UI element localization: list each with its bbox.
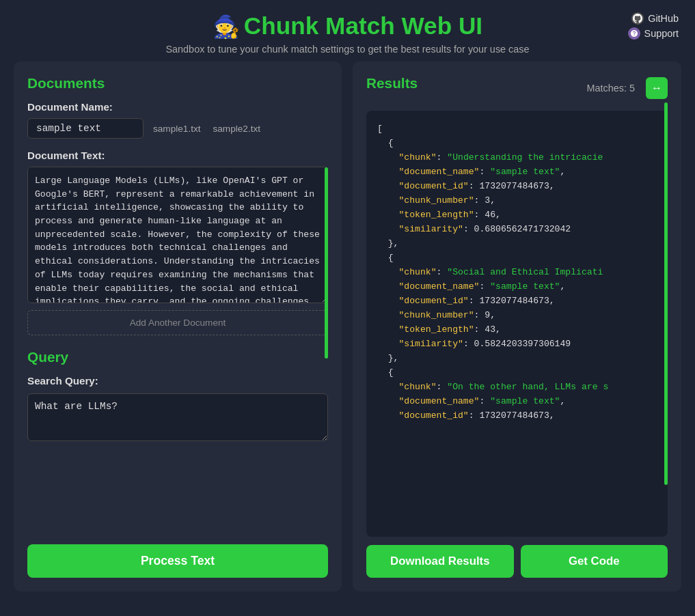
header-links: GitHub Support bbox=[628, 12, 679, 40]
support-icon bbox=[628, 27, 640, 40]
results-controls: Matches: 5 ↔ bbox=[587, 77, 668, 99]
search-query-input[interactable]: What are LLMs? bbox=[27, 393, 328, 441]
header-title-row: 🧙Chunk Match Web UI bbox=[0, 12, 695, 41]
app-title: Chunk Match Web UI bbox=[244, 12, 482, 39]
matches-badge: Matches: 5 bbox=[587, 83, 635, 94]
results-header: Results Matches: 5 ↔ bbox=[366, 75, 668, 101]
doc-name-row: sample text sample1.txt sample2.txt bbox=[27, 118, 328, 139]
add-doc-button[interactable]: Add Another Document bbox=[27, 310, 328, 335]
process-text-button[interactable]: Process Text bbox=[27, 544, 328, 578]
left-scrollbar bbox=[325, 167, 328, 359]
doc-name-active: sample text bbox=[27, 118, 144, 139]
app-header: GitHub Support 🧙Chunk Match Web UI Sandb… bbox=[0, 0, 695, 61]
app-subtitle: Sandbox to tune your chunk match setting… bbox=[0, 44, 695, 55]
search-query-label: Search Query: bbox=[27, 375, 328, 387]
right-panel: Results Matches: 5 ↔ [ { "chunk": "Under… bbox=[353, 61, 681, 591]
left-panel-inner: Documents Document Name: sample text sam… bbox=[27, 75, 328, 578]
results-title: Results bbox=[366, 75, 418, 92]
github-label: GitHub bbox=[648, 13, 679, 24]
main-layout: Documents Document Name: sample text sam… bbox=[0, 61, 695, 602]
documents-title: Documents bbox=[27, 75, 328, 92]
results-code-block: [ { "chunk": "Understanding the intricac… bbox=[366, 111, 668, 537]
left-panel: Documents Document Name: sample text sam… bbox=[14, 61, 342, 591]
header-emoji: 🧙 bbox=[213, 16, 240, 41]
doc-name-label: Document Name: bbox=[27, 101, 328, 113]
github-icon bbox=[631, 12, 644, 25]
expand-button[interactable]: ↔ bbox=[646, 77, 668, 99]
query-section: Query Search Query: What are LLMs? bbox=[27, 349, 328, 445]
doc-text-input[interactable]: Large Language Models (LLMs), like OpenA… bbox=[27, 167, 328, 303]
download-results-button[interactable]: Download Results bbox=[366, 545, 514, 578]
doc-tab-2[interactable]: sample2.txt bbox=[210, 120, 264, 138]
right-panel-inner: Results Matches: 5 ↔ [ { "chunk": "Under… bbox=[366, 75, 668, 578]
github-link[interactable]: GitHub bbox=[631, 12, 679, 25]
bottom-buttons: Download Results Get Code bbox=[366, 545, 668, 578]
get-code-button[interactable]: Get Code bbox=[521, 545, 668, 578]
query-title: Query bbox=[27, 349, 328, 365]
support-label: Support bbox=[644, 28, 679, 39]
support-link[interactable]: Support bbox=[628, 27, 679, 40]
doc-text-label: Document Text: bbox=[27, 150, 328, 161]
doc-tab-1[interactable]: sample1.txt bbox=[150, 120, 204, 138]
